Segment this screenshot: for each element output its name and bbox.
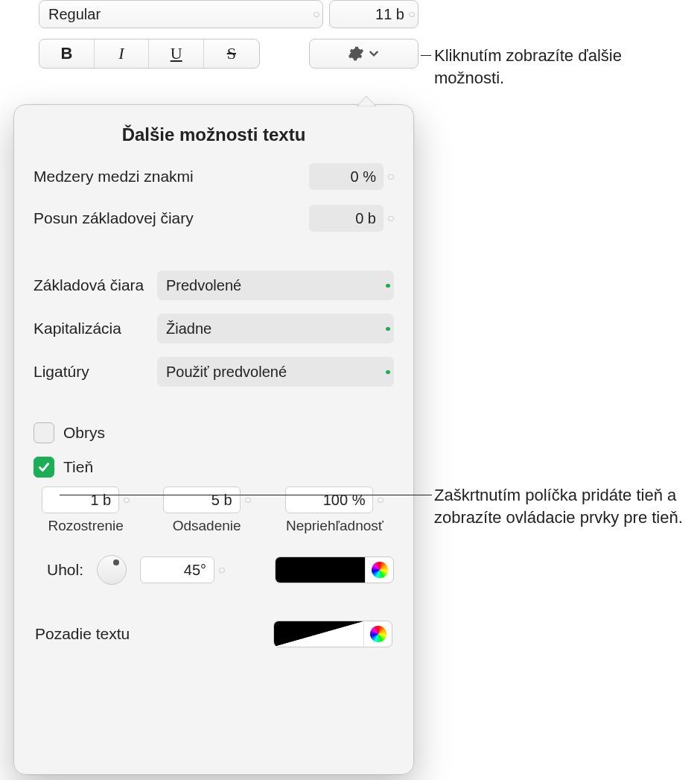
angle-dial-dot [113, 559, 119, 565]
text-style-segment: B I U S [39, 39, 260, 69]
color-wheel-icon [372, 562, 388, 578]
shadow-label: Tieň [63, 458, 93, 476]
font-size-value: 11 b [336, 6, 406, 23]
italic-button[interactable]: I [95, 39, 150, 68]
angle-value[interactable]: 45° [140, 557, 214, 583]
bold-button[interactable]: B [39, 39, 95, 68]
outline-checkbox[interactable] [34, 422, 54, 443]
baseline-label: Základová čiara [34, 276, 144, 294]
shadow-color-swatch [276, 557, 365, 583]
angle-stepper[interactable] [219, 568, 225, 573]
more-text-options-popover: Ďalšie možnosti textu Medzery medzi znak… [13, 104, 414, 775]
callout-gear: Kliknutím zobrazíte ďalšie možnosti. [434, 46, 622, 87]
shadow-blur-stepper[interactable] [124, 498, 130, 503]
checkmark-icon [37, 460, 51, 474]
outline-label: Obrys [63, 424, 105, 442]
shadow-offset-stepper[interactable] [245, 498, 251, 503]
color-wheel-icon [370, 626, 386, 642]
shadow-blur-label: Rozostrenie [48, 518, 124, 534]
underline-button[interactable]: U [149, 39, 204, 68]
capitalization-label: Kapitalizácia [34, 320, 121, 337]
shadow-offset-label: Odsadenie [173, 518, 241, 534]
shadow-offset-value[interactable]: 5 b [163, 486, 241, 513]
char-spacing-stepper[interactable] [388, 174, 394, 180]
shadow-blur-value[interactable]: 1 b [42, 486, 119, 513]
angle-label: Uhol: [47, 561, 83, 579]
popover-title: Ďalšie možnosti textu [14, 105, 413, 145]
ligatures-select[interactable]: Použiť predvolené [157, 357, 394, 387]
font-style-label: Regular [48, 6, 101, 23]
more-options-button[interactable] [309, 39, 419, 69]
shadow-checkbox[interactable] [34, 457, 54, 478]
baseline-shift-stepper[interactable] [388, 216, 394, 221]
color-picker-button[interactable] [363, 621, 392, 647]
text-background-label: Pozadie textu [35, 625, 130, 643]
shadow-opacity-label: Nepriehľadnosť [286, 518, 384, 534]
strikethrough-button[interactable]: S [204, 39, 259, 68]
shadow-color-well[interactable] [275, 557, 394, 583]
text-background-color-well[interactable] [273, 621, 392, 647]
font-size-stepper[interactable] [409, 12, 415, 17]
select-arrows-icon [386, 370, 390, 374]
angle-dial[interactable] [97, 555, 127, 585]
font-style-select[interactable]: Regular [39, 0, 323, 28]
char-spacing-label: Medzery medzi znakmi [34, 168, 194, 186]
callout-shadow: Zaškrtnutím políčka pridáte tieň a zobra… [434, 486, 683, 527]
chevron-down-icon [369, 48, 379, 59]
shadow-opacity-stepper[interactable] [378, 498, 384, 503]
ligatures-value: Použiť predvolené [166, 364, 287, 381]
char-spacing-value[interactable]: 0 % [309, 163, 384, 190]
color-picker-button[interactable] [365, 557, 393, 583]
select-arrows-icon [386, 327, 390, 331]
baseline-shift-value[interactable]: 0 b [309, 205, 384, 232]
baseline-select[interactable]: Predvolené [157, 270, 394, 300]
capitalization-value: Žiadne [166, 320, 211, 337]
ligatures-label: Ligatúry [34, 363, 89, 381]
baseline-value: Predvolené [166, 277, 241, 294]
font-size-field[interactable]: 11 b [329, 0, 419, 28]
capitalization-select[interactable]: Žiadne [157, 314, 394, 343]
popover-arrow-icon [357, 96, 376, 107]
gear-icon [348, 45, 364, 62]
shadow-opacity-value[interactable]: 100 % [285, 486, 373, 513]
baseline-shift-label: Posun základovej čiary [34, 209, 194, 227]
select-arrows-icon [386, 284, 390, 288]
font-style-stepper[interactable] [314, 12, 319, 17]
text-background-swatch [274, 621, 363, 647]
